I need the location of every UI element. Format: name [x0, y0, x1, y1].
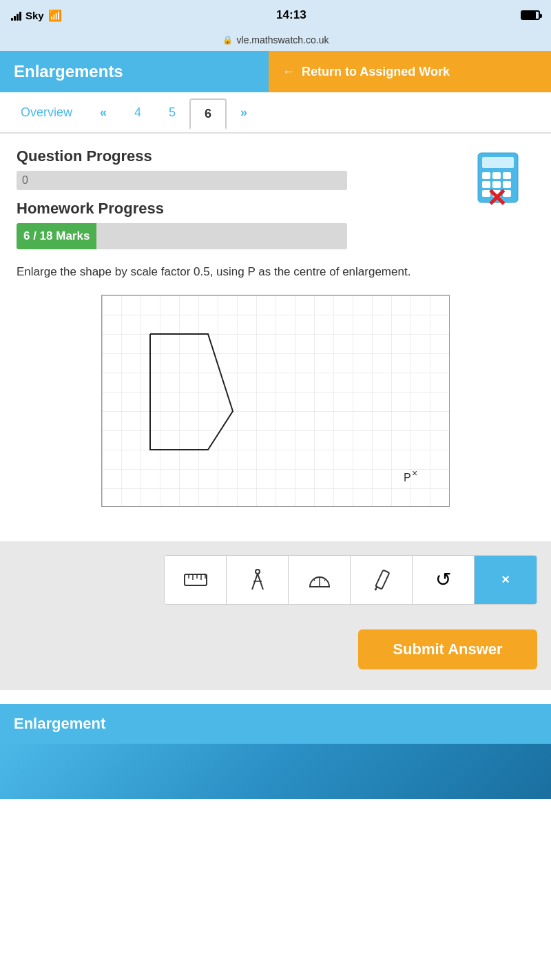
tab-4[interactable]: 4 [121, 98, 155, 127]
calculator-icon: ✕ [472, 150, 534, 212]
url-bar: 🔒 vle.mathswatch.co.uk [0, 30, 551, 51]
compass-icon [244, 566, 271, 594]
signal-icon [11, 10, 21, 21]
svg-rect-16 [185, 574, 207, 585]
tab-overview[interactable]: Overview [7, 98, 86, 127]
footer-section: Enlargement [0, 704, 551, 799]
header: Enlargements ← Return to Assigned Work [0, 51, 551, 92]
return-label: Return to Assigned Work [302, 65, 450, 79]
lock-icon: 🔒 [222, 35, 233, 45]
svg-rect-2 [482, 172, 490, 179]
undo-icon: ↺ [435, 568, 451, 591]
status-right [521, 10, 540, 20]
svg-line-29 [324, 579, 325, 581]
svg-rect-4 [503, 172, 511, 179]
clock: 14:13 [276, 8, 306, 22]
status-left: Sky 📶 [11, 9, 62, 22]
nav-tabs: Overview « 4 5 6 » [0, 92, 551, 134]
svg-point-22 [256, 570, 260, 574]
tab-prev[interactable]: « [86, 98, 121, 127]
compass-tool-button[interactable] [227, 556, 289, 604]
protractor-tool-button[interactable] [289, 556, 351, 604]
toolbar-section: ↺ × [0, 541, 551, 618]
return-button[interactable]: ← Return to Assigned Work [269, 51, 551, 92]
footer-image [0, 744, 551, 799]
grid-canvas[interactable]: P × [101, 295, 450, 507]
submit-section: Submit Answer [0, 618, 551, 690]
homework-progress-bar: 6 / 18 Marks [17, 223, 347, 249]
clear-tool-button[interactable]: × [475, 556, 537, 604]
question-progress-value: 0 [22, 174, 28, 187]
protractor-icon [306, 566, 333, 594]
return-arrow-icon: ← [282, 65, 295, 79]
progress-section: Question Progress 0 Homework Progress 6 … [17, 147, 534, 249]
grid-container[interactable]: P × [17, 295, 534, 507]
svg-rect-3 [492, 172, 501, 179]
undo-tool-button[interactable]: ↺ [413, 556, 475, 604]
homework-progress-fill: 6 / 18 Marks [17, 223, 96, 249]
status-bar: Sky 📶 14:13 [0, 0, 551, 30]
wifi-icon: 📶 [48, 9, 62, 22]
submit-answer-button[interactable]: Submit Answer [358, 629, 537, 669]
svg-rect-13 [102, 295, 450, 507]
point-p-cross: × [412, 468, 417, 479]
divider [0, 690, 551, 704]
svg-line-28 [314, 579, 315, 581]
question-progress-bar: 0 [17, 171, 347, 190]
progress-left: Question Progress 0 Homework Progress 6 … [17, 147, 472, 249]
main-content: Question Progress 0 Homework Progress 6 … [0, 134, 551, 541]
question-text: Enlarge the shape by scale factor 0.5, u… [17, 263, 534, 281]
tab-5[interactable]: 5 [155, 98, 189, 127]
point-p-label: P [404, 472, 411, 483]
tab-next[interactable]: » [227, 98, 261, 127]
clear-icon: × [501, 572, 510, 587]
calculator-svg: ✕ [472, 150, 534, 212]
url-text: vle.mathswatch.co.uk [237, 34, 329, 45]
pencil-tool-button[interactable] [351, 556, 413, 604]
toolbar: ↺ × [164, 555, 537, 605]
svg-text:✕: ✕ [486, 184, 507, 212]
svg-rect-1 [482, 157, 514, 168]
pencil-icon [368, 566, 395, 594]
tab-6[interactable]: 6 [189, 98, 227, 129]
ruler-icon [182, 566, 209, 594]
carrier-label: Sky [25, 10, 44, 21]
battery-icon [521, 10, 540, 20]
question-progress-label: Question Progress [17, 147, 472, 165]
ruler-tool-button[interactable] [165, 556, 227, 604]
homework-progress-value: 6 / 18 Marks [23, 229, 90, 243]
homework-progress-label: Homework Progress [17, 200, 472, 218]
page-title: Enlargements [0, 51, 269, 92]
footer-title: Enlargement [0, 704, 551, 744]
svg-rect-30 [375, 570, 389, 589]
